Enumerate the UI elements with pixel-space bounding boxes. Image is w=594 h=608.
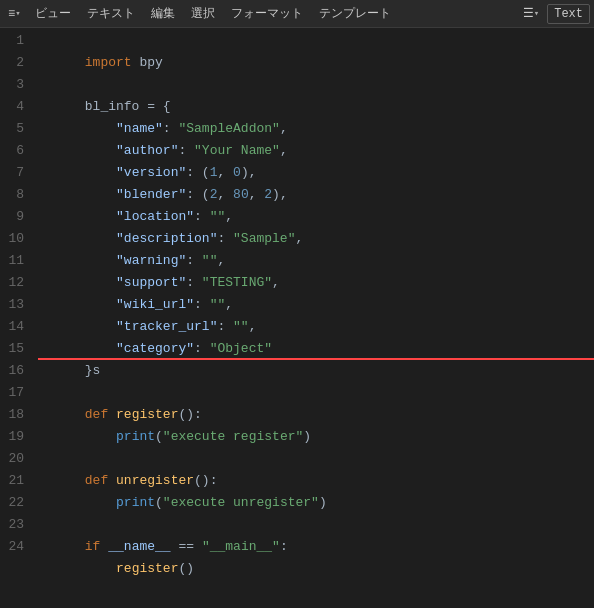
code-line-18: print("execute register")	[38, 404, 594, 426]
line-num-9: 9	[0, 206, 24, 228]
right-dropdown-arrow-icon: ▾	[534, 8, 539, 19]
code-line-13: "tracker_url": "",	[38, 294, 594, 316]
hamburger-icon-btn[interactable]: ≡ ▾	[4, 5, 25, 23]
menu-items: ビュー テキスト 編集 選択 フォーマット テンプレート	[27, 3, 399, 24]
code-line-21: print("execute unregister")	[38, 470, 594, 492]
line-num-12: 12	[0, 272, 24, 294]
code-line-24: register()	[38, 536, 594, 558]
line-num-14: 14	[0, 316, 24, 338]
list-icon: ☰	[523, 6, 534, 21]
code-line-10: "warning": "",	[38, 228, 594, 250]
line-num-15: 15	[0, 338, 24, 360]
line-num-21: 21	[0, 470, 24, 492]
line-num-18: 18	[0, 404, 24, 426]
code-line-12: "wiki_url": "",	[38, 272, 594, 294]
line-num-5: 5	[0, 118, 24, 140]
code-line-22	[38, 492, 594, 514]
code-area[interactable]: import bpy bl_info = { "name": "SampleAd…	[30, 28, 594, 608]
code-line-3: bl_info = {	[38, 74, 594, 96]
code-line-15: }s	[38, 338, 594, 360]
line-num-17: 17	[0, 382, 24, 404]
line-num-16: 16	[0, 360, 24, 382]
hamburger-icon: ≡	[8, 7, 15, 21]
code-line-8: "location": "",	[38, 184, 594, 206]
code-line-4: "name": "SampleAddon",	[38, 96, 594, 118]
line-num-6: 6	[0, 140, 24, 162]
line-num-4: 4	[0, 96, 24, 118]
code-line-14: "category": "Object"	[38, 316, 594, 338]
menu-right: ☰ ▾ Text	[519, 4, 590, 24]
code-line-1: import bpy	[38, 30, 594, 52]
line-numbers: 1 2 3 4 5 6 7 8 9 10 11 12 13 14 15 16 1…	[0, 28, 30, 608]
line-num-8: 8	[0, 184, 24, 206]
line-num-3: 3	[0, 74, 24, 96]
right-menu-icon-btn[interactable]: ☰ ▾	[519, 4, 543, 23]
line-num-11: 11	[0, 250, 24, 272]
line-num-1: 1	[0, 30, 24, 52]
menu-item-edit[interactable]: 編集	[143, 3, 183, 24]
line-num-22: 22	[0, 492, 24, 514]
text-mode-badge: Text	[547, 4, 590, 24]
line-num-2: 2	[0, 52, 24, 74]
line-num-23: 23	[0, 514, 24, 536]
code-line-7: "blender": (2, 80, 2),	[38, 162, 594, 184]
code-line-6: "version": (1, 0),	[38, 140, 594, 162]
code-line-5: "author": "Your Name",	[38, 118, 594, 140]
code-line-19	[38, 426, 594, 448]
line-num-10: 10	[0, 228, 24, 250]
menu-item-template[interactable]: テンプレート	[311, 3, 399, 24]
menu-bar: ≡ ▾ ビュー テキスト 編集 選択 フォーマット テンプレート ☰ ▾ Tex…	[0, 0, 594, 28]
line-num-7: 7	[0, 162, 24, 184]
menu-item-view[interactable]: ビュー	[27, 3, 79, 24]
menu-item-format[interactable]: フォーマット	[223, 3, 311, 24]
code-line-2	[38, 52, 594, 74]
line-num-24: 24	[0, 536, 24, 558]
funcname-register-call: register	[116, 561, 178, 576]
menu-item-select[interactable]: 選択	[183, 3, 223, 24]
line-num-19: 19	[0, 426, 24, 448]
code-line-23: if __name__ == "__main__":	[38, 514, 594, 536]
code-line-9: "description": "Sample",	[38, 206, 594, 228]
dropdown-arrow-icon: ▾	[15, 8, 20, 19]
line-num-13: 13	[0, 294, 24, 316]
code-line-17: def register():	[38, 382, 594, 404]
menu-left: ≡ ▾ ビュー テキスト 編集 選択 フォーマット テンプレート	[4, 3, 399, 24]
code-line-16	[38, 360, 594, 382]
line-num-20: 20	[0, 448, 24, 470]
code-line-11: "support": "TESTING",	[38, 250, 594, 272]
menu-item-text[interactable]: テキスト	[79, 3, 143, 24]
editor: 1 2 3 4 5 6 7 8 9 10 11 12 13 14 15 16 1…	[0, 28, 594, 608]
code-line-20: def unregister():	[38, 448, 594, 470]
